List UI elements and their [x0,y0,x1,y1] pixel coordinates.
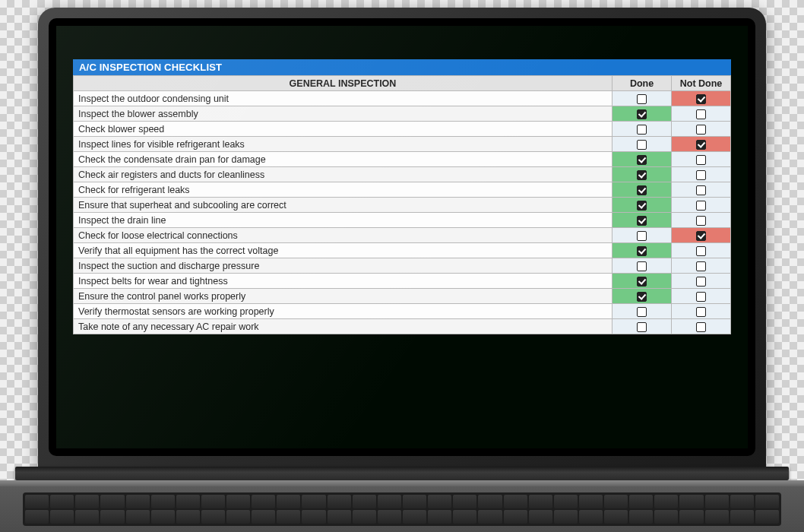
checkbox-checked-icon[interactable] [637,155,647,165]
done-cell[interactable] [612,289,672,304]
checkbox-checked-icon[interactable] [637,109,647,119]
keyboard-key [730,495,754,508]
done-cell[interactable] [612,274,672,289]
keyboard-key [428,510,451,524]
done-cell[interactable] [612,243,672,258]
keyboard-key [353,495,376,508]
checkbox-empty-icon[interactable] [696,246,706,256]
keyboard-key [629,510,653,524]
done-cell[interactable] [612,319,672,334]
table-row: Inspect the suction and discharge pressu… [74,258,731,274]
checkbox-checked-icon[interactable] [637,277,647,287]
notdone-cell[interactable] [672,258,731,274]
notdone-cell[interactable] [672,182,731,198]
notdone-cell[interactable] [672,228,731,243]
notdone-cell[interactable] [672,319,731,334]
done-cell[interactable] [612,167,672,182]
notdone-cell[interactable] [672,122,731,137]
done-cell[interactable] [612,304,672,319]
checkbox-empty-icon[interactable] [696,277,706,287]
notdone-cell[interactable] [672,152,731,167]
checkbox-empty-icon[interactable] [696,155,706,165]
table-row: Ensure the control panel works properly [74,289,731,304]
task-cell: Inspect lines for visible refrigerant le… [74,137,612,152]
checkbox-empty-icon[interactable] [637,307,647,317]
notdone-cell[interactable] [672,274,731,289]
keyboard-key [529,495,552,508]
task-cell: Inspect the outdoor condensing unit [74,91,612,106]
checkbox-empty-icon[interactable] [696,125,706,135]
checkbox-empty-icon[interactable] [637,94,647,104]
keyboard-key [453,510,476,524]
task-cell: Inspect the suction and discharge pressu… [74,258,612,274]
notdone-cell[interactable] [672,198,731,213]
keyboard-key [403,495,426,508]
checkbox-empty-icon[interactable] [696,292,706,302]
checkbox-checked-icon[interactable] [637,185,647,195]
done-cell[interactable] [612,137,672,152]
notdone-cell[interactable] [672,243,731,258]
task-cell: Ensure that superheat and subcooling are… [74,198,612,213]
checkbox-checked-icon[interactable] [637,201,647,211]
keyboard-key [504,495,527,508]
table-row: Inspect lines for visible refrigerant le… [74,137,731,152]
keyboard-key [328,495,351,508]
keyboard-key [679,510,703,524]
header-notdone: Not Done [672,76,731,91]
table-row: Inspect the drain line [74,213,731,228]
checkbox-empty-icon[interactable] [696,322,706,332]
notdone-cell[interactable] [672,167,731,182]
checkbox-empty-icon[interactable] [637,125,647,135]
done-cell[interactable] [612,258,672,274]
notdone-cell[interactable] [672,91,731,106]
keyboard-key [302,510,325,524]
done-cell[interactable] [612,198,672,213]
checkbox-empty-icon[interactable] [696,307,706,317]
task-cell: Check for loose electrical connections [74,228,612,243]
done-cell[interactable] [612,182,672,198]
keyboard-key [353,510,376,524]
keyboard-key [252,495,275,508]
done-cell[interactable] [612,106,672,122]
checkbox-checked-icon[interactable] [696,94,706,104]
laptop-screen-frame: A/C INSPECTION CHECKLIST GENERAL INSPECT… [49,18,755,456]
laptop-keyboard [23,492,781,526]
done-cell[interactable] [612,91,672,106]
checkbox-checked-icon[interactable] [696,231,706,241]
notdone-cell[interactable] [672,137,731,152]
checkbox-empty-icon[interactable] [696,185,706,195]
checkbox-empty-icon[interactable] [637,231,647,241]
laptop-bezel: A/C INSPECTION CHECKLIST GENERAL INSPECT… [38,8,766,467]
checkbox-empty-icon[interactable] [696,109,706,119]
notdone-cell[interactable] [672,106,731,122]
checkbox-checked-icon[interactable] [696,140,706,150]
checkbox-checked-icon[interactable] [637,216,647,226]
checkbox-empty-icon[interactable] [696,201,706,211]
checkbox-empty-icon[interactable] [696,261,706,271]
checkbox-checked-icon[interactable] [637,170,647,180]
checkbox-empty-icon[interactable] [637,261,647,271]
laptop-base-lip [0,480,804,486]
checkbox-empty-icon[interactable] [637,140,647,150]
done-cell[interactable] [612,228,672,243]
notdone-cell[interactable] [672,213,731,228]
keyboard-key [328,510,351,524]
notdone-cell[interactable] [672,289,731,304]
done-cell[interactable] [612,213,672,228]
notdone-cell[interactable] [672,304,731,319]
checkbox-empty-icon[interactable] [637,322,647,332]
keyboard-key [504,510,527,524]
keyboard-key [252,510,275,524]
keyboard-key [604,510,628,524]
checkbox-checked-icon[interactable] [637,246,647,256]
done-cell[interactable] [612,122,672,137]
task-cell: Take note of any necessary AC repair wor… [74,319,612,334]
keyboard-key [529,510,552,524]
task-cell: Inspect belts for wear and tightness [74,274,612,289]
task-cell: Verify that all equipment has the correc… [74,243,612,258]
checkbox-checked-icon[interactable] [637,292,647,302]
done-cell[interactable] [612,152,672,167]
checkbox-empty-icon[interactable] [696,216,706,226]
keyboard-key [100,495,124,508]
checkbox-empty-icon[interactable] [696,170,706,180]
